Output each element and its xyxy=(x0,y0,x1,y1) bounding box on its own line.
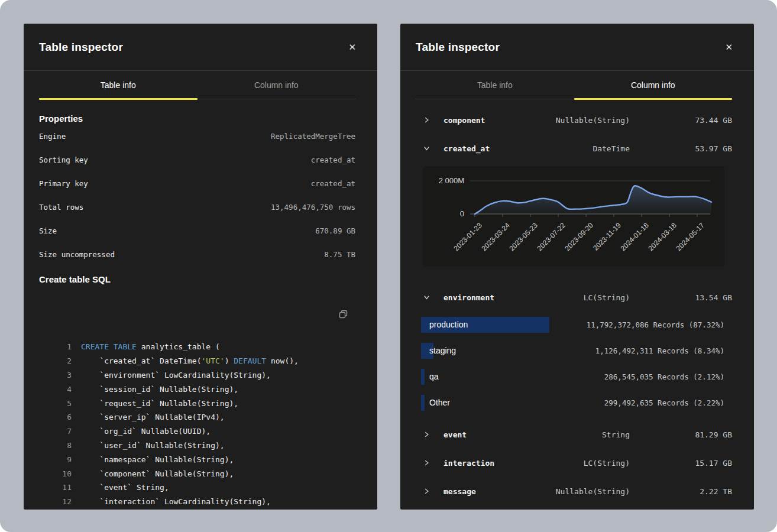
sql-line: 13 `payload` Nullable(String), xyxy=(39,509,355,510)
table-inspector-dialog-right: Table inspector ✕ Table info Column info… xyxy=(400,24,754,510)
chevron-right-icon[interactable] xyxy=(423,488,432,495)
column-type: DateTime xyxy=(535,144,630,153)
sql-line-number: 12 xyxy=(39,495,81,509)
properties-list: EngineReplicatedMergeTreeSorting keycrea… xyxy=(39,124,355,266)
sql-line: 4 `session_id` Nullable(String), xyxy=(39,382,355,397)
column-row-message[interactable]: messageNullable(String)2.22 TB xyxy=(416,477,732,505)
environment-value-label: Other xyxy=(429,398,450,407)
tab-bar: Table info Column info xyxy=(39,71,355,99)
environment-value-label: qa xyxy=(429,372,439,381)
property-label: Primary key xyxy=(39,179,88,188)
environment-value-row: staging1,126,492,311 Records (8.34%) xyxy=(416,338,732,364)
environment-value-row: qa286,545,035 Records (2.12%) xyxy=(416,364,732,390)
sql-line: 6 `server_ip` Nullable(IPv4), xyxy=(39,410,355,424)
column-type: Nullable(String) xyxy=(535,487,630,496)
column-row-environment[interactable]: environmentLC(String)13.54 GB xyxy=(416,283,732,312)
sql-line: 11 `event` String, xyxy=(39,481,355,495)
sql-line-number: 5 xyxy=(39,397,81,411)
sql-line: 7 `org_id` Nullable(UUID), xyxy=(39,424,355,439)
property-row: EngineReplicatedMergeTree xyxy=(39,124,355,148)
sql-line-code: `environment` LowCardinality(String), xyxy=(81,368,271,382)
dialog-title: Table inspector xyxy=(416,41,500,54)
sql-line-code: `event` String, xyxy=(81,481,169,495)
properties-heading: Properties xyxy=(39,113,355,124)
column-name: message xyxy=(443,487,535,496)
app-background: Table inspector ✕ Table info Column info… xyxy=(0,0,777,532)
property-row: Sorting keycreated_at xyxy=(39,148,355,171)
sql-line-number: 4 xyxy=(39,382,81,397)
environment-value-bar: qa xyxy=(421,369,425,385)
chevron-down-icon[interactable] xyxy=(423,294,432,301)
tab-table-info[interactable]: Table info xyxy=(39,71,198,99)
close-icon[interactable]: ✕ xyxy=(346,40,358,54)
property-row: Size670.89 GB xyxy=(39,219,355,242)
column-row-event[interactable]: eventString81.29 GB xyxy=(416,420,732,449)
property-row: Size uncompressed8.75 TB xyxy=(39,242,355,266)
sql-line-number: 2 xyxy=(39,354,81,368)
environment-value-row: production11,792,372,086 Records (87.32%… xyxy=(416,312,732,338)
column-type: LC(String) xyxy=(535,459,630,468)
create-table-sql-heading: Create table SQL xyxy=(39,274,355,285)
tab-table-info[interactable]: Table info xyxy=(416,71,574,99)
sql-line-code: `server_ip` Nullable(IPv4), xyxy=(81,410,225,424)
copy-icon[interactable] xyxy=(315,299,349,331)
property-label: Size uncompressed xyxy=(39,250,115,259)
chevron-right-icon[interactable] xyxy=(423,459,432,466)
environment-value-bar: Other xyxy=(421,395,425,411)
environment-value-label: production xyxy=(429,320,468,329)
sql-line-code: `session_id` Nullable(String), xyxy=(81,382,238,397)
dialog-header: Table inspector ✕ xyxy=(400,24,754,71)
column-size: 81.29 GB xyxy=(661,430,732,439)
y-axis-label-top: 2 000M xyxy=(430,176,464,185)
sql-line: 5 `request_id` Nullable(String), xyxy=(39,397,355,411)
chevron-down-icon[interactable] xyxy=(423,145,432,152)
y-axis-label-zero: 0 xyxy=(430,209,464,218)
tab-column-info[interactable]: Column info xyxy=(574,71,733,99)
chevron-right-icon[interactable] xyxy=(423,431,432,438)
property-label: Total rows xyxy=(39,203,83,212)
column-name: created_at xyxy=(443,144,535,153)
sql-line: 2 `created_at` DateTime('UTC') DEFAULT n… xyxy=(39,354,355,368)
sql-code-block: 1CREATE TABLE analytics_table (2 `create… xyxy=(39,298,355,510)
property-row: Total rows13,496,476,750 rows xyxy=(39,195,355,219)
property-value: 13,496,476,750 rows xyxy=(271,203,355,212)
environment-value-bar: production xyxy=(421,317,549,333)
column-row-created_at[interactable]: created_atDateTime53.97 GB xyxy=(416,134,732,163)
property-label: Sorting key xyxy=(39,155,88,164)
sql-line-number: 13 xyxy=(39,509,81,510)
sql-line-number: 3 xyxy=(39,368,81,382)
column-row-component[interactable]: componentNullable(String)73.44 GB xyxy=(416,106,732,134)
sql-line-number: 8 xyxy=(39,439,81,453)
property-value: ReplicatedMergeTree xyxy=(271,132,355,141)
column-size: 2.22 TB xyxy=(661,487,732,496)
column-list: componentNullable(String)73.44 GBcreated… xyxy=(400,99,754,505)
column-row-interaction[interactable]: interactionLC(String)15.17 GB xyxy=(416,449,732,477)
dialog-header: Table inspector ✕ xyxy=(24,24,377,71)
sql-line-code: `org_id` Nullable(UUID), xyxy=(81,424,211,439)
environment-value-records: 299,492,635 Records (2.22%) xyxy=(604,398,724,407)
column-size: 13.54 GB xyxy=(661,293,732,302)
environment-value-bar: staging xyxy=(421,343,433,359)
column-name: event xyxy=(443,430,535,439)
sql-line: 12 `interaction` LowCardinality(String), xyxy=(39,495,355,509)
column-type: Nullable(String) xyxy=(535,116,630,125)
chevron-right-icon[interactable] xyxy=(423,116,432,124)
table-info-content: Properties EngineReplicatedMergeTreeSort… xyxy=(24,113,377,510)
sql-line-code: `component` Nullable(String), xyxy=(81,467,234,481)
table-inspector-dialog-left: Table inspector ✕ Table info Column info… xyxy=(24,24,377,510)
tab-column-info[interactable]: Column info xyxy=(198,71,356,99)
environment-value-records: 286,545,035 Records (2.12%) xyxy=(604,372,724,381)
sql-line: 8 `user_id` Nullable(String), xyxy=(39,439,355,453)
sql-line-code: `request_id` Nullable(String), xyxy=(81,397,238,411)
property-value: 8.75 TB xyxy=(324,250,355,259)
environment-value-records: 11,792,372,086 Records (87.32%) xyxy=(587,320,724,329)
sql-line-code: `created_at` DateTime('UTC') DEFAULT now… xyxy=(81,354,299,368)
sql-line-number: 6 xyxy=(39,410,81,424)
close-icon[interactable]: ✕ xyxy=(723,40,735,54)
environment-value-label: staging xyxy=(429,346,456,355)
sql-line-code: `interaction` LowCardinality(String), xyxy=(81,495,271,509)
tab-bar: Table info Column info xyxy=(416,71,732,99)
column-type: String xyxy=(535,430,630,439)
sql-line: 9 `namespace` Nullable(String), xyxy=(39,453,355,467)
sql-line-code: `payload` Nullable(String), xyxy=(81,509,225,510)
